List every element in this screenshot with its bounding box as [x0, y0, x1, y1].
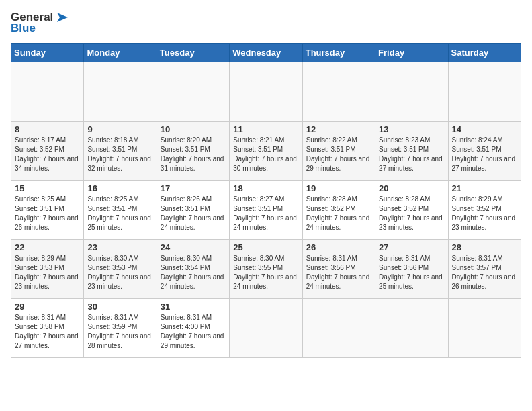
- calendar-day-28: 28 Sunrise: 8:31 AMSunset: 3:57 PMDaylig…: [448, 240, 521, 299]
- calendar-day-29: 29 Sunrise: 8:31 AMSunset: 3:58 PMDaylig…: [11, 299, 84, 358]
- day-number: 13: [379, 124, 444, 134]
- calendar-day-12: 12 Sunrise: 8:22 AMSunset: 3:51 PMDaylig…: [302, 122, 375, 181]
- calendar-day-22: 22 Sunrise: 8:29 AMSunset: 3:53 PMDaylig…: [11, 240, 84, 299]
- day-detail: Sunrise: 8:31 AMSunset: 3:57 PMDaylight:…: [452, 255, 516, 290]
- day-number: 30: [87, 302, 152, 312]
- day-detail: Sunrise: 8:27 AMSunset: 3:51 PMDaylight:…: [233, 195, 297, 231]
- day-detail: Sunrise: 8:24 AMSunset: 3:51 PMDaylight:…: [452, 136, 516, 172]
- logo-blue: Blue: [11, 21, 36, 35]
- calendar-empty: [230, 299, 302, 358]
- day-number: 11: [233, 124, 298, 134]
- calendar-empty: [11, 62, 84, 122]
- day-number: 25: [233, 242, 298, 253]
- day-detail: Sunrise: 8:31 AMSunset: 3:59 PMDaylight:…: [87, 314, 151, 349]
- day-detail: Sunrise: 8:29 AMSunset: 3:53 PMDaylight:…: [15, 255, 79, 290]
- day-detail: Sunrise: 8:18 AMSunset: 3:51 PMDaylight:…: [87, 136, 151, 172]
- calendar-empty: [302, 62, 375, 122]
- calendar-empty: [448, 62, 521, 122]
- day-number: 15: [15, 183, 80, 193]
- day-number: 31: [161, 302, 226, 312]
- header: General Blue: [11, 11, 521, 35]
- day-detail: Sunrise: 8:25 AMSunset: 3:51 PMDaylight:…: [15, 195, 79, 231]
- day-detail: Sunrise: 8:31 AMSunset: 3:56 PMDaylight:…: [379, 255, 443, 290]
- day-number: 8: [15, 124, 80, 134]
- svg-marker-0: [57, 13, 68, 22]
- day-detail: Sunrise: 8:31 AMSunset: 4:00 PMDaylight:…: [161, 314, 224, 349]
- day-number: 20: [379, 183, 444, 193]
- calendar-day-31: 31 Sunrise: 8:31 AMSunset: 4:00 PMDaylig…: [157, 299, 229, 358]
- day-detail: Sunrise: 8:28 AMSunset: 3:52 PMDaylight:…: [306, 195, 370, 231]
- logo-arrow-icon: [54, 11, 69, 24]
- calendar-day-17: 17 Sunrise: 8:26 AMSunset: 3:51 PMDaylig…: [157, 181, 229, 240]
- calendar-day-8: 8 Sunrise: 8:17 AMSunset: 3:52 PMDayligh…: [11, 122, 84, 181]
- calendar-day-16: 16 Sunrise: 8:25 AMSunset: 3:51 PMDaylig…: [84, 181, 157, 240]
- day-detail: Sunrise: 8:20 AMSunset: 3:51 PMDaylight:…: [161, 136, 224, 172]
- day-detail: Sunrise: 8:30 AMSunset: 3:54 PMDaylight:…: [161, 255, 224, 290]
- day-detail: Sunrise: 8:23 AMSunset: 3:51 PMDaylight:…: [379, 136, 443, 172]
- day-detail: Sunrise: 8:25 AMSunset: 3:51 PMDaylight:…: [87, 195, 151, 231]
- header-day-monday: Monday: [84, 44, 157, 62]
- calendar-day-24: 24 Sunrise: 8:30 AMSunset: 3:54 PMDaylig…: [157, 240, 229, 299]
- header-day-thursday: Thursday: [302, 44, 375, 62]
- day-detail: Sunrise: 8:17 AMSunset: 3:52 PMDaylight:…: [15, 136, 79, 172]
- day-number: 26: [306, 242, 371, 253]
- calendar-day-15: 15 Sunrise: 8:25 AMSunset: 3:51 PMDaylig…: [11, 181, 84, 240]
- calendar-empty: [375, 299, 448, 358]
- day-detail: Sunrise: 8:31 AMSunset: 3:56 PMDaylight:…: [306, 255, 370, 290]
- day-number: 18: [233, 183, 298, 193]
- calendar-empty: [448, 299, 521, 358]
- calendar-empty: [230, 62, 302, 122]
- header-row: SundayMondayTuesdayWednesdayThursdayFrid…: [11, 44, 521, 62]
- header-day-wednesday: Wednesday: [230, 44, 302, 62]
- calendar-day-14: 14 Sunrise: 8:24 AMSunset: 3:51 PMDaylig…: [448, 122, 521, 181]
- calendar-week-3: 15 Sunrise: 8:25 AMSunset: 3:51 PMDaylig…: [11, 181, 521, 240]
- day-detail: Sunrise: 8:29 AMSunset: 3:52 PMDaylight:…: [452, 195, 516, 231]
- day-detail: Sunrise: 8:28 AMSunset: 3:52 PMDaylight:…: [379, 195, 443, 231]
- day-number: 29: [15, 302, 80, 312]
- logo: General Blue: [11, 11, 69, 35]
- day-number: 10: [161, 124, 226, 134]
- day-number: 27: [379, 242, 444, 253]
- day-number: 22: [15, 242, 80, 253]
- day-number: 21: [452, 183, 517, 193]
- calendar-week-4: 22 Sunrise: 8:29 AMSunset: 3:53 PMDaylig…: [11, 240, 521, 299]
- calendar-empty: [157, 62, 229, 122]
- calendar-day-21: 21 Sunrise: 8:29 AMSunset: 3:52 PMDaylig…: [448, 181, 521, 240]
- day-number: 16: [87, 183, 152, 193]
- day-detail: Sunrise: 8:30 AMSunset: 3:53 PMDaylight:…: [87, 255, 151, 290]
- day-number: 14: [452, 124, 517, 134]
- calendar-day-20: 20 Sunrise: 8:28 AMSunset: 3:52 PMDaylig…: [375, 181, 448, 240]
- calendar-day-26: 26 Sunrise: 8:31 AMSunset: 3:56 PMDaylig…: [302, 240, 375, 299]
- day-number: 19: [306, 183, 371, 193]
- calendar-week-1: [11, 62, 521, 122]
- day-number: 17: [161, 183, 226, 193]
- calendar-week-2: 8 Sunrise: 8:17 AMSunset: 3:52 PMDayligh…: [11, 122, 521, 181]
- calendar-week-5: 29 Sunrise: 8:31 AMSunset: 3:58 PMDaylig…: [11, 299, 521, 358]
- day-number: 28: [452, 242, 517, 253]
- day-detail: Sunrise: 8:26 AMSunset: 3:51 PMDaylight:…: [161, 195, 224, 231]
- calendar-day-10: 10 Sunrise: 8:20 AMSunset: 3:51 PMDaylig…: [157, 122, 229, 181]
- calendar-day-19: 19 Sunrise: 8:28 AMSunset: 3:52 PMDaylig…: [302, 181, 375, 240]
- calendar-table: SundayMondayTuesdayWednesdayThursdayFrid…: [11, 43, 521, 358]
- calendar-day-23: 23 Sunrise: 8:30 AMSunset: 3:53 PMDaylig…: [84, 240, 157, 299]
- day-detail: Sunrise: 8:21 AMSunset: 3:51 PMDaylight:…: [233, 136, 297, 172]
- calendar-empty: [84, 62, 157, 122]
- header-day-saturday: Saturday: [448, 44, 521, 62]
- day-number: 23: [87, 242, 152, 253]
- calendar-day-30: 30 Sunrise: 8:31 AMSunset: 3:59 PMDaylig…: [84, 299, 157, 358]
- calendar-day-18: 18 Sunrise: 8:27 AMSunset: 3:51 PMDaylig…: [230, 181, 302, 240]
- day-detail: Sunrise: 8:31 AMSunset: 3:58 PMDaylight:…: [15, 314, 79, 349]
- calendar-day-27: 27 Sunrise: 8:31 AMSunset: 3:56 PMDaylig…: [375, 240, 448, 299]
- header-day-sunday: Sunday: [11, 44, 84, 62]
- day-number: 12: [306, 124, 371, 134]
- day-detail: Sunrise: 8:22 AMSunset: 3:51 PMDaylight:…: [306, 136, 370, 172]
- calendar-day-11: 11 Sunrise: 8:21 AMSunset: 3:51 PMDaylig…: [230, 122, 302, 181]
- calendar-empty: [302, 299, 375, 358]
- header-day-friday: Friday: [375, 44, 448, 62]
- calendar-empty: [375, 62, 448, 122]
- day-number: 24: [161, 242, 226, 253]
- calendar-day-9: 9 Sunrise: 8:18 AMSunset: 3:51 PMDayligh…: [84, 122, 157, 181]
- header-day-tuesday: Tuesday: [157, 44, 229, 62]
- day-number: 9: [87, 124, 152, 134]
- calendar-day-13: 13 Sunrise: 8:23 AMSunset: 3:51 PMDaylig…: [375, 122, 448, 181]
